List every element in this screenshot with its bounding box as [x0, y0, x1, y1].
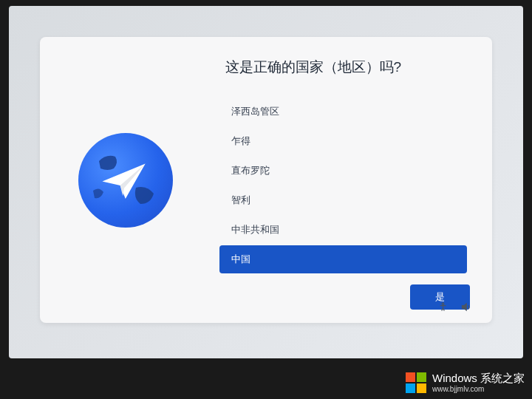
watermark: Windows 系统之家 www.bjjmlv.com: [406, 372, 525, 393]
region-item-selected[interactable]: 中国: [219, 245, 467, 273]
region-item[interactable]: 智利: [219, 186, 467, 214]
system-tray: [437, 301, 471, 313]
paper-plane-icon: [92, 147, 159, 214]
button-row: 是: [219, 284, 470, 310]
region-item[interactable]: 中非共和国: [219, 216, 467, 244]
watermark-main: Windows 系统之家: [432, 372, 525, 385]
content-panel: 这是正确的国家（地区）吗? 泽西岛管区 乍得 直布罗陀 智利 中非共和国 中国 …: [212, 37, 492, 323]
region-item[interactable]: 直布罗陀: [219, 157, 467, 185]
illustration-panel: [40, 37, 212, 323]
volume-icon[interactable]: [460, 301, 471, 313]
watermark-sub: www.bjjmlv.com: [432, 385, 525, 393]
setup-card: 这是正确的国家（地区）吗? 泽西岛管区 乍得 直布罗陀 智利 中非共和国 中国 …: [40, 37, 492, 323]
globe-plane-icon: [78, 133, 173, 228]
watermark-text: Windows 系统之家 www.bjjmlv.com: [432, 372, 525, 393]
accessibility-icon[interactable]: [437, 301, 449, 313]
region-list: 泽西岛管区 乍得 直布罗陀 智利 中非共和国 中国: [219, 98, 470, 274]
page-title: 这是正确的国家（地区）吗?: [225, 58, 470, 77]
oobe-screen: 这是正确的国家（地区）吗? 泽西岛管区 乍得 直布罗陀 智利 中非共和国 中国 …: [9, 6, 523, 358]
windows-logo-icon: [406, 372, 426, 393]
svg-point-0: [442, 303, 444, 305]
region-item[interactable]: 泽西岛管区: [219, 98, 467, 126]
region-item[interactable]: 乍得: [219, 127, 467, 155]
